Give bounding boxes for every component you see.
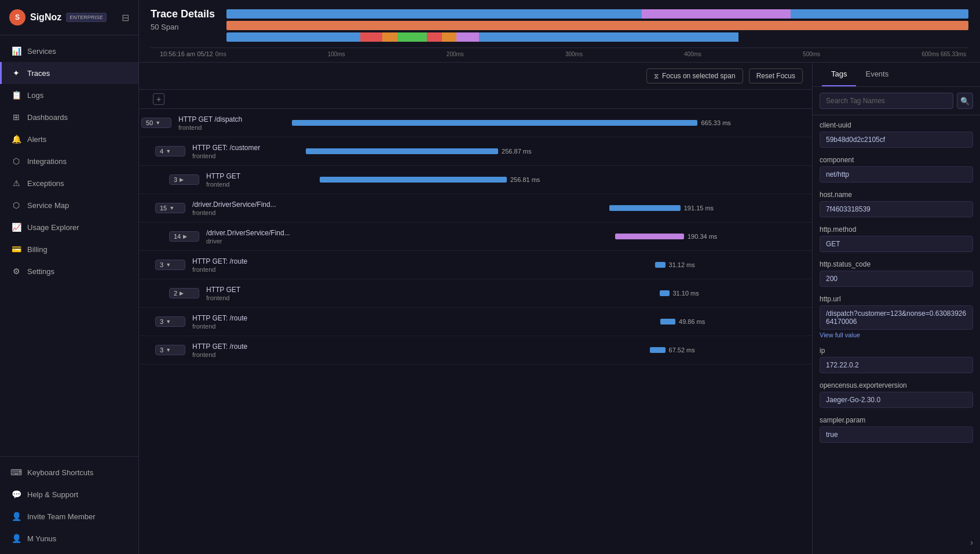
span-count: 3 <box>160 261 163 268</box>
trace-span-row[interactable]: 14 ▶ /driver.DriverService/Find... drive… <box>139 223 812 251</box>
reset-focus-button[interactable]: Reset Focus <box>749 68 803 83</box>
trace-timeline-ruler: 10:56:16 am 05/12 0ms100ms200ms300ms400m… <box>151 48 968 62</box>
sidebar-bottom: ⌨ Keyboard Shortcuts 💬 Help & Support 👤 … <box>0 456 138 554</box>
trace-span-row[interactable]: 4 ▼ HTTP GET: /customer frontend 256.87 … <box>139 137 812 166</box>
span-name: HTTP GET <box>206 172 317 180</box>
span-bar-col: 190.34 ms <box>320 223 812 250</box>
span-count: 3 <box>160 318 163 325</box>
reset-button-label: Reset Focus <box>756 72 795 80</box>
span-name-col: /driver.DriverService/Find... driver <box>204 224 320 249</box>
span-count: 50 <box>146 119 153 126</box>
trace-info: Trace Details 50 Span <box>151 8 215 31</box>
span-service: frontend <box>192 266 303 273</box>
span-count-badge[interactable]: 50 ▼ <box>141 118 171 128</box>
sidebar-bottom-invite-team[interactable]: 👤 Invite Team Member <box>0 505 138 527</box>
sidebar-item-alerts[interactable]: 🔔 Alerts <box>0 128 138 150</box>
span-duration: 256.87 ms <box>502 148 531 155</box>
sidebar-item-settings[interactable]: ⚙ Settings <box>0 260 138 282</box>
logo-area: S SigNoz ENTERPRISE ⊟ <box>0 0 138 35</box>
search-tag-input[interactable] <box>820 93 953 109</box>
span-name-col: /driver.DriverService/Find... frontend <box>190 196 306 221</box>
sidebar-toggle-icon[interactable]: ⊟ <box>122 12 129 23</box>
sidebar-bottom-help-support[interactable]: 💬 Help & Support <box>0 483 138 505</box>
sidebar-item-usage-explorer[interactable]: 📈 Usage Explorer <box>0 216 138 238</box>
span-service: frontend <box>206 294 317 301</box>
tag-item: component net/http <box>820 156 973 183</box>
span-chevron-icon: ▼ <box>166 262 171 268</box>
span-name-col: HTTP GET: /route frontend <box>190 309 306 334</box>
span-count-badge[interactable]: 14 ▶ <box>169 231 199 242</box>
expand-all-icon[interactable]: + <box>153 93 164 105</box>
span-count-badge[interactable]: 4 ▼ <box>155 146 185 156</box>
span-duration: 67.52 ms <box>669 347 695 353</box>
tag-key: client-uuid <box>820 121 973 129</box>
sidebar-bottom-label-help-support: Help & Support <box>27 490 78 499</box>
tag-key: host.name <box>820 191 973 199</box>
span-name: HTTP GET: /route <box>192 314 303 322</box>
tag-key: http.status_code <box>820 260 973 268</box>
sidebar-label-usage-explorer: Usage Explorer <box>27 223 79 232</box>
ruler-tick-label: 0ms <box>215 51 226 57</box>
keyboard-shortcuts-bottom-icon: ⌨ <box>11 467 21 478</box>
trace-span-row[interactable]: 3 ▼ HTTP GET: /route frontend 31.12 ms <box>139 251 812 279</box>
sidebar-item-integrations[interactable]: ⬡ Integrations <box>0 150 138 172</box>
focus-button-label: Focus on selected span <box>662 72 736 80</box>
tag-key: http.method <box>820 225 973 234</box>
trace-span-row[interactable]: 50 ▼ HTTP GET /dispatch frontend 665.33 … <box>139 109 812 137</box>
tag-link[interactable]: View full value <box>820 331 973 338</box>
panel-tags: client-uuid 59b48d0d2c2105cf component n… <box>813 115 980 554</box>
tag-item: opencensus.exporterversion Jaeger-Go-2.3… <box>820 381 973 408</box>
trace-span-row[interactable]: 3 ▼ HTTP GET: /route frontend 67.52 ms <box>139 336 812 365</box>
settings-icon: ⚙ <box>11 266 21 276</box>
span-duration: 49.86 ms <box>679 318 705 325</box>
trace-span-row[interactable]: 3 ▶ HTTP GET frontend 256.81 ms <box>139 166 812 194</box>
logs-icon: 📋 <box>11 90 21 100</box>
panel-search: 🔍 <box>813 87 980 115</box>
trace-span-row[interactable]: 2 ▶ HTTP GET frontend 31.10 ms <box>139 279 812 308</box>
span-count-badge[interactable]: 3 ▼ <box>155 316 185 327</box>
sidebar-item-traces[interactable]: ✦ Traces <box>0 62 138 84</box>
span-service: frontend <box>178 124 290 131</box>
trace-span-row[interactable]: 3 ▼ HTTP GET: /route frontend 49.86 ms <box>139 308 812 336</box>
sidebar-bottom-keyboard-shortcuts[interactable]: ⌨ Keyboard Shortcuts <box>0 461 138 483</box>
sidebar-bottom-user[interactable]: 👤 M Yunus <box>0 527 138 549</box>
span-name-col: HTTP GET frontend <box>204 167 320 192</box>
billing-icon: 💳 <box>11 244 21 254</box>
span-controls: ⧖ Focus on selected span Reset Focus <box>139 63 812 90</box>
tag-item: http.url /dispatch?customer=123&nonse=0.… <box>820 295 973 338</box>
span-service: frontend <box>192 351 303 358</box>
sidebar-item-logs[interactable]: 📋 Logs <box>0 84 138 106</box>
span-chevron-icon: ▶ <box>180 290 184 296</box>
tag-value: 7f4603318539 <box>820 201 973 217</box>
span-count-badge[interactable]: 2 ▶ <box>169 288 199 298</box>
sidebar-item-exceptions[interactable]: ⚠ Exceptions <box>0 172 138 194</box>
span-count-badge[interactable]: 3 ▼ <box>155 345 185 355</box>
sidebar-item-billing[interactable]: 💳 Billing <box>0 238 138 260</box>
panel-nav-arrow[interactable]: › <box>970 538 973 547</box>
sidebar-nav: 📊 Services ✦ Traces 📋 Logs ⊞ Dashboards … <box>0 35 138 456</box>
ruler-tick-label: 100ms <box>328 51 345 57</box>
ruler-ticks: 0ms100ms200ms300ms400ms500ms600ms 665.33… <box>213 51 968 57</box>
span-duration: 665.33 ms <box>701 119 730 126</box>
span-duration: 190.34 ms <box>688 233 717 240</box>
sidebar-item-services[interactable]: 📊 Services <box>0 40 138 62</box>
tag-value: 200 <box>820 271 973 287</box>
tab-tags[interactable]: Tags <box>822 63 856 86</box>
integrations-icon: ⬡ <box>11 156 21 166</box>
span-bar <box>655 262 665 268</box>
span-count-badge[interactable]: 15 ▼ <box>155 203 185 213</box>
span-count-badge[interactable]: 3 ▶ <box>169 174 199 185</box>
span-count-badge[interactable]: 3 ▼ <box>155 260 185 270</box>
search-button[interactable]: 🔍 <box>957 93 973 109</box>
main-content: Trace Details 50 Span 10:56:16 am 05/12 … <box>139 0 980 554</box>
tag-value: Jaeger-Go-2.30.0 <box>820 392 973 408</box>
span-name: HTTP GET: /route <box>192 257 303 265</box>
sidebar-label-alerts: Alerts <box>27 135 46 144</box>
sidebar: S SigNoz ENTERPRISE ⊟ 📊 Services ✦ Trace… <box>0 0 139 554</box>
sidebar-item-service-map[interactable]: ⬡ Service Map <box>0 194 138 216</box>
tab-events[interactable]: Events <box>856 63 898 86</box>
sidebar-item-dashboards[interactable]: ⊞ Dashboards <box>0 106 138 128</box>
focus-selected-span-button[interactable]: ⧖ Focus on selected span <box>646 68 743 83</box>
trace-span-row[interactable]: 15 ▼ /driver.DriverService/Find... front… <box>139 194 812 223</box>
usage-explorer-icon: 📈 <box>11 222 21 232</box>
